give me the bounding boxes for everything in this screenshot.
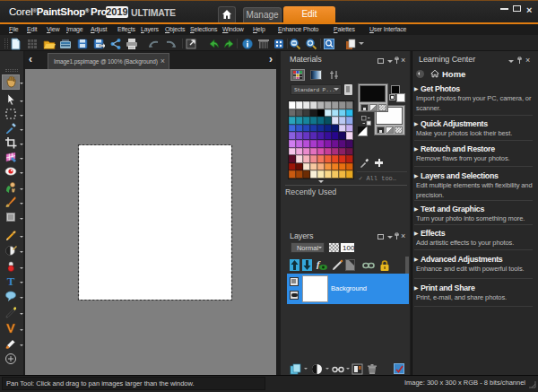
svg-text:T: T: [7, 274, 15, 287]
